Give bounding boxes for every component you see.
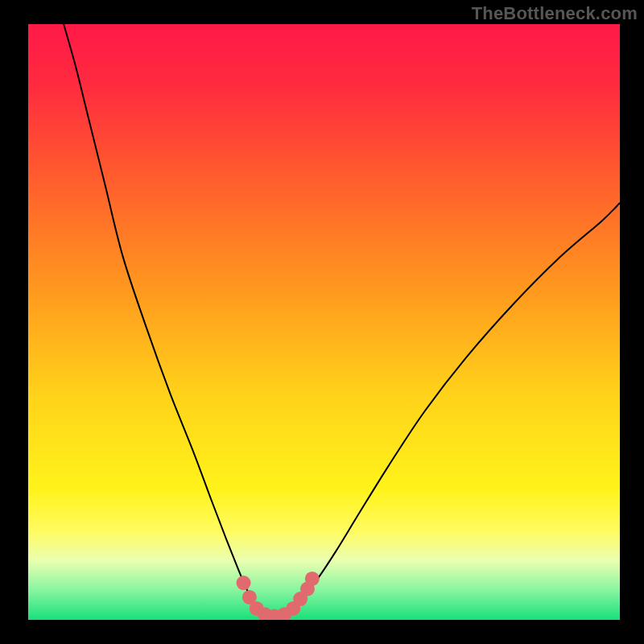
- plot-area: [28, 24, 620, 620]
- chart-stage: TheBottleneck.com: [0, 0, 644, 644]
- curve-marker: [305, 572, 320, 586]
- watermark-text: TheBottleneck.com: [472, 3, 638, 24]
- gradient-background: [28, 24, 620, 620]
- curve-marker: [237, 576, 251, 590]
- chart-svg: [28, 24, 620, 620]
